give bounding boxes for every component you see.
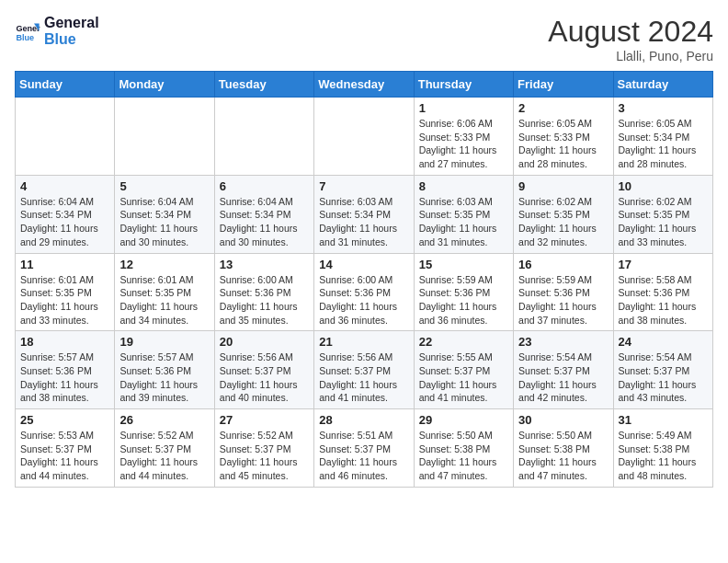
logo-blue-text: Blue <box>44 31 99 48</box>
calendar-day-cell: 14Sunrise: 6:00 AM Sunset: 5:36 PM Dayli… <box>314 253 414 331</box>
calendar-day-cell: 30Sunrise: 5:50 AM Sunset: 5:38 PM Dayli… <box>514 409 613 488</box>
calendar-day-cell: 8Sunrise: 6:03 AM Sunset: 5:35 PM Daylig… <box>414 175 513 253</box>
day-number: 31 <box>619 413 708 427</box>
calendar-day-cell: 27Sunrise: 5:52 AM Sunset: 5:37 PM Dayli… <box>214 409 313 488</box>
location: Llalli, Puno, Peru <box>548 49 713 63</box>
day-of-week-thursday: Thursday <box>414 72 513 98</box>
calendar-day-cell <box>314 98 414 176</box>
calendar-day-cell: 25Sunrise: 5:53 AM Sunset: 5:37 PM Dayli… <box>16 409 115 488</box>
day-number: 26 <box>119 413 209 427</box>
day-info: Sunrise: 5:53 AM Sunset: 5:37 PM Dayligh… <box>20 429 109 483</box>
day-number: 23 <box>518 335 608 349</box>
day-info: Sunrise: 6:00 AM Sunset: 5:36 PM Dayligh… <box>220 273 309 327</box>
calendar-day-cell: 12Sunrise: 6:01 AM Sunset: 5:35 PM Dayli… <box>115 253 214 331</box>
day-number: 4 <box>20 179 109 193</box>
calendar-day-cell: 26Sunrise: 5:52 AM Sunset: 5:37 PM Dayli… <box>115 409 214 488</box>
calendar-day-cell: 20Sunrise: 5:56 AM Sunset: 5:37 PM Dayli… <box>214 331 313 409</box>
day-info: Sunrise: 5:59 AM Sunset: 5:36 PM Dayligh… <box>518 273 608 327</box>
day-info: Sunrise: 6:04 AM Sunset: 5:34 PM Dayligh… <box>220 195 309 249</box>
calendar-day-cell: 24Sunrise: 5:54 AM Sunset: 5:37 PM Dayli… <box>613 331 712 409</box>
day-of-week-tuesday: Tuesday <box>214 72 313 98</box>
day-info: Sunrise: 6:01 AM Sunset: 5:35 PM Dayligh… <box>119 273 209 327</box>
day-info: Sunrise: 5:51 AM Sunset: 5:37 PM Dayligh… <box>319 429 408 483</box>
day-info: Sunrise: 6:03 AM Sunset: 5:34 PM Dayligh… <box>319 195 408 249</box>
day-number: 25 <box>20 413 109 427</box>
day-info: Sunrise: 6:02 AM Sunset: 5:35 PM Dayligh… <box>518 195 608 249</box>
day-number: 16 <box>518 258 608 271</box>
calendar-week-row: 18Sunrise: 5:57 AM Sunset: 5:36 PM Dayli… <box>16 331 713 409</box>
day-number: 6 <box>220 179 309 193</box>
calendar-day-cell: 11Sunrise: 6:01 AM Sunset: 5:35 PM Dayli… <box>16 253 115 331</box>
day-info: Sunrise: 5:55 AM Sunset: 5:37 PM Dayligh… <box>419 350 508 405</box>
day-number: 17 <box>619 258 708 271</box>
calendar-table: SundayMondayTuesdayWednesdayThursdayFrid… <box>15 71 713 488</box>
day-info: Sunrise: 5:52 AM Sunset: 5:37 PM Dayligh… <box>119 429 209 483</box>
day-of-week-wednesday: Wednesday <box>314 72 414 98</box>
page-header: General Blue General Blue August 2024 Ll… <box>15 15 713 63</box>
day-number: 3 <box>619 101 708 115</box>
day-of-week-monday: Monday <box>115 72 214 98</box>
calendar-day-cell: 17Sunrise: 5:58 AM Sunset: 5:36 PM Dayli… <box>613 253 712 331</box>
calendar-day-cell: 13Sunrise: 6:00 AM Sunset: 5:36 PM Dayli… <box>214 253 313 331</box>
day-number: 1 <box>419 101 508 115</box>
day-number: 30 <box>518 413 608 427</box>
day-info: Sunrise: 6:00 AM Sunset: 5:36 PM Dayligh… <box>319 273 408 327</box>
month-year: August 2024 <box>548 15 713 49</box>
day-of-week-sunday: Sunday <box>16 72 115 98</box>
calendar-day-cell: 4Sunrise: 6:04 AM Sunset: 5:34 PM Daylig… <box>16 175 115 253</box>
calendar-day-cell: 29Sunrise: 5:50 AM Sunset: 5:38 PM Dayli… <box>414 409 513 488</box>
calendar-day-cell: 22Sunrise: 5:55 AM Sunset: 5:37 PM Dayli… <box>414 331 513 409</box>
calendar-day-cell: 2Sunrise: 6:05 AM Sunset: 5:33 PM Daylig… <box>514 98 613 176</box>
day-number: 15 <box>419 258 508 271</box>
day-number: 5 <box>119 179 209 193</box>
calendar-day-cell <box>16 98 115 176</box>
title-block: August 2024 Llalli, Puno, Peru <box>548 15 713 63</box>
calendar-day-cell: 19Sunrise: 5:57 AM Sunset: 5:36 PM Dayli… <box>115 331 214 409</box>
day-info: Sunrise: 6:02 AM Sunset: 5:35 PM Dayligh… <box>619 195 708 249</box>
day-number: 11 <box>20 258 109 271</box>
calendar-week-row: 11Sunrise: 6:01 AM Sunset: 5:35 PM Dayli… <box>16 253 713 331</box>
svg-text:Blue: Blue <box>16 33 34 42</box>
day-info: Sunrise: 5:56 AM Sunset: 5:37 PM Dayligh… <box>220 350 309 405</box>
day-info: Sunrise: 5:58 AM Sunset: 5:36 PM Dayligh… <box>619 273 708 327</box>
day-info: Sunrise: 5:54 AM Sunset: 5:37 PM Dayligh… <box>619 350 708 405</box>
calendar-day-cell: 9Sunrise: 6:02 AM Sunset: 5:35 PM Daylig… <box>514 175 613 253</box>
day-info: Sunrise: 6:06 AM Sunset: 5:33 PM Dayligh… <box>419 117 508 171</box>
day-number: 22 <box>419 335 508 349</box>
day-info: Sunrise: 5:59 AM Sunset: 5:36 PM Dayligh… <box>419 273 508 327</box>
calendar-day-cell: 28Sunrise: 5:51 AM Sunset: 5:37 PM Dayli… <box>314 409 414 488</box>
day-number: 13 <box>220 258 309 271</box>
day-info: Sunrise: 5:57 AM Sunset: 5:36 PM Dayligh… <box>20 350 109 405</box>
calendar-day-cell: 1Sunrise: 6:06 AM Sunset: 5:33 PM Daylig… <box>414 98 513 176</box>
day-info: Sunrise: 6:01 AM Sunset: 5:35 PM Dayligh… <box>20 273 109 327</box>
calendar-day-cell: 3Sunrise: 6:05 AM Sunset: 5:34 PM Daylig… <box>613 98 712 176</box>
calendar-day-cell: 6Sunrise: 6:04 AM Sunset: 5:34 PM Daylig… <box>214 175 313 253</box>
day-info: Sunrise: 5:49 AM Sunset: 5:38 PM Dayligh… <box>619 429 708 483</box>
day-number: 10 <box>619 179 708 193</box>
day-info: Sunrise: 5:52 AM Sunset: 5:37 PM Dayligh… <box>220 429 309 483</box>
day-info: Sunrise: 6:03 AM Sunset: 5:35 PM Dayligh… <box>419 195 508 249</box>
calendar-day-cell: 5Sunrise: 6:04 AM Sunset: 5:34 PM Daylig… <box>115 175 214 253</box>
day-info: Sunrise: 5:50 AM Sunset: 5:38 PM Dayligh… <box>419 429 508 483</box>
day-info: Sunrise: 6:05 AM Sunset: 5:33 PM Dayligh… <box>518 117 608 171</box>
day-number: 19 <box>119 335 209 349</box>
calendar-week-row: 4Sunrise: 6:04 AM Sunset: 5:34 PM Daylig… <box>16 175 713 253</box>
calendar-day-cell: 10Sunrise: 6:02 AM Sunset: 5:35 PM Dayli… <box>613 175 712 253</box>
calendar-day-cell: 15Sunrise: 5:59 AM Sunset: 5:36 PM Dayli… <box>414 253 513 331</box>
day-info: Sunrise: 5:54 AM Sunset: 5:37 PM Dayligh… <box>518 350 608 405</box>
calendar-day-cell <box>115 98 214 176</box>
logo: General Blue General Blue <box>15 15 99 49</box>
day-of-week-saturday: Saturday <box>613 72 712 98</box>
day-number: 24 <box>619 335 708 349</box>
day-number: 29 <box>419 413 508 427</box>
day-number: 9 <box>518 179 608 193</box>
day-info: Sunrise: 5:50 AM Sunset: 5:38 PM Dayligh… <box>518 429 608 483</box>
day-info: Sunrise: 6:04 AM Sunset: 5:34 PM Dayligh… <box>119 195 209 249</box>
day-number: 8 <box>419 179 508 193</box>
calendar-day-cell: 21Sunrise: 5:56 AM Sunset: 5:37 PM Dayli… <box>314 331 414 409</box>
calendar-week-row: 25Sunrise: 5:53 AM Sunset: 5:37 PM Dayli… <box>16 409 713 488</box>
calendar-day-cell: 18Sunrise: 5:57 AM Sunset: 5:36 PM Dayli… <box>16 331 115 409</box>
day-info: Sunrise: 5:57 AM Sunset: 5:36 PM Dayligh… <box>119 350 209 405</box>
day-number: 28 <box>319 413 408 427</box>
day-number: 27 <box>220 413 309 427</box>
